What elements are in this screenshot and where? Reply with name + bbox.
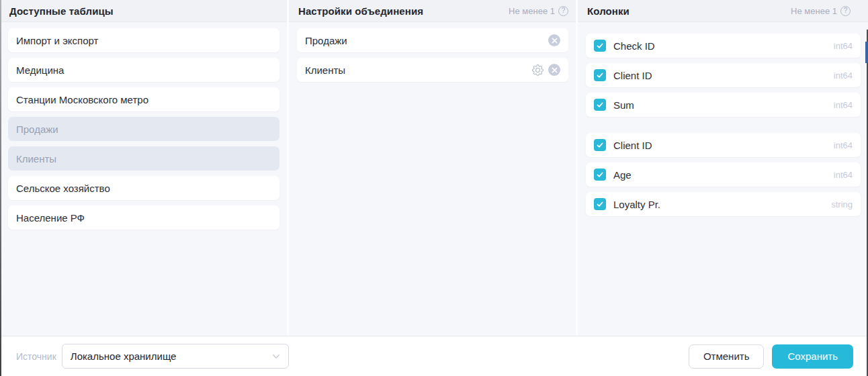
- columns-header: Колонки Не менее 1 ?: [578, 0, 868, 22]
- min-requirement-badge: Не менее 1 ?: [509, 6, 568, 16]
- field-checkbox[interactable]: [594, 69, 606, 81]
- panel-title: Доступные таблицы: [9, 5, 114, 17]
- table-list-item[interactable]: Клиенты: [8, 146, 279, 171]
- field-checkbox[interactable]: [594, 198, 606, 210]
- source-select-value: Локальное хранилище: [71, 350, 177, 362]
- join-items-list: Продажи Клиенты: [289, 22, 576, 87]
- table-name: Станции Московского метро: [16, 94, 271, 105]
- field-checkbox[interactable]: [594, 99, 606, 111]
- table-list-item[interactable]: Импорт и экспорт: [8, 28, 279, 52]
- min-requirement-badge: Не менее 1 ?: [791, 6, 851, 16]
- column-field-row[interactable]: Client ID int64: [586, 133, 861, 157]
- field-type: int64: [834, 170, 853, 180]
- table-name: Импорт и экспорт: [16, 35, 271, 46]
- field-type: int64: [834, 100, 853, 110]
- source-select[interactable]: Локальное хранилище: [62, 344, 289, 369]
- join-item-actions: [531, 64, 560, 76]
- column-field-row[interactable]: Loyalty Pr. string: [586, 192, 861, 216]
- join-settings-gear-icon[interactable]: [531, 64, 544, 76]
- field-group-clients: Client ID int64 Age int64: [586, 133, 861, 216]
- chevron-down-icon: [272, 354, 280, 359]
- panel-join-settings: Настройки объединения Не менее 1 ? Прода…: [289, 0, 578, 336]
- field-type: int64: [834, 70, 853, 81]
- scrollbar-thumb[interactable]: [865, 42, 868, 63]
- join-table-name: Продажи: [305, 35, 548, 46]
- table-name: Клиенты: [16, 153, 271, 164]
- panel-available-tables: Доступные таблицы Импорт и экспорт Медиц…: [0, 0, 289, 336]
- field-type: int64: [834, 41, 853, 51]
- column-field-row[interactable]: Check ID int64: [586, 34, 861, 58]
- badge-text: Не менее 1: [791, 6, 837, 16]
- field-checkbox[interactable]: [594, 169, 606, 181]
- panels-container: Доступные таблицы Импорт и экспорт Медиц…: [0, 0, 868, 336]
- available-tables-header: Доступные таблицы: [0, 0, 287, 22]
- join-list-item[interactable]: Продажи: [297, 28, 568, 52]
- footer-buttons: Отменить Сохранить: [689, 344, 853, 369]
- table-list-item[interactable]: Медицина: [8, 58, 279, 82]
- panel-title: Настройки объединения: [298, 5, 423, 17]
- field-name: Age: [613, 169, 834, 181]
- table-name: Население РФ: [16, 212, 271, 224]
- panel-columns: Колонки Не менее 1 ?: [578, 0, 868, 336]
- remove-table-icon[interactable]: [548, 34, 560, 46]
- panel-title: Колонки: [587, 5, 630, 17]
- save-button[interactable]: Сохранить: [772, 344, 853, 369]
- join-settings-header: Настройки объединения Не менее 1 ?: [289, 0, 576, 22]
- dataset-join-dialog: Доступные таблицы Импорт и экспорт Медиц…: [0, 0, 868, 376]
- field-type: string: [831, 199, 853, 209]
- help-icon[interactable]: ?: [558, 6, 568, 16]
- table-name: Сельское хозяйство: [16, 183, 271, 194]
- table-list-item[interactable]: Сельское хозяйство: [8, 176, 279, 200]
- help-icon[interactable]: ?: [840, 6, 851, 16]
- field-name: Check ID: [613, 40, 834, 52]
- join-list-item[interactable]: Клиенты: [297, 58, 568, 82]
- field-checkbox[interactable]: [594, 139, 606, 151]
- table-list-item[interactable]: Население РФ: [8, 205, 279, 230]
- table-name: Медицина: [16, 64, 271, 76]
- available-tables-list: Импорт и экспорт Медицина Станции Москов…: [0, 22, 287, 235]
- column-field-row[interactable]: Age int64: [586, 162, 861, 187]
- field-name: Client ID: [613, 140, 834, 151]
- window-left-edge: [0, 0, 1, 376]
- field-name: Loyalty Pr.: [613, 199, 831, 210]
- join-table-name: Клиенты: [305, 64, 531, 76]
- field-group-sales: Check ID int64 Client ID int64: [586, 34, 861, 117]
- field-checkbox[interactable]: [594, 40, 606, 52]
- columns-list: Check ID int64 Client ID int64: [578, 22, 868, 222]
- column-field-row[interactable]: Client ID int64: [586, 63, 861, 87]
- field-type: int64: [834, 140, 853, 150]
- cancel-button[interactable]: Отменить: [689, 344, 765, 369]
- join-item-actions: [548, 34, 560, 46]
- column-field-row[interactable]: Sum int64: [586, 93, 861, 117]
- remove-table-icon[interactable]: [548, 64, 560, 76]
- table-list-item[interactable]: Продажи: [8, 117, 279, 141]
- field-name: Sum: [613, 99, 834, 111]
- table-name: Продажи: [16, 124, 271, 135]
- dialog-footer: Источник Локальное хранилище Отменить Со…: [0, 336, 868, 376]
- field-name: Client ID: [613, 70, 834, 81]
- source-label: Источник: [16, 351, 56, 362]
- badge-text: Не менее 1: [509, 6, 555, 16]
- table-list-item[interactable]: Станции Московского метро: [8, 87, 279, 111]
